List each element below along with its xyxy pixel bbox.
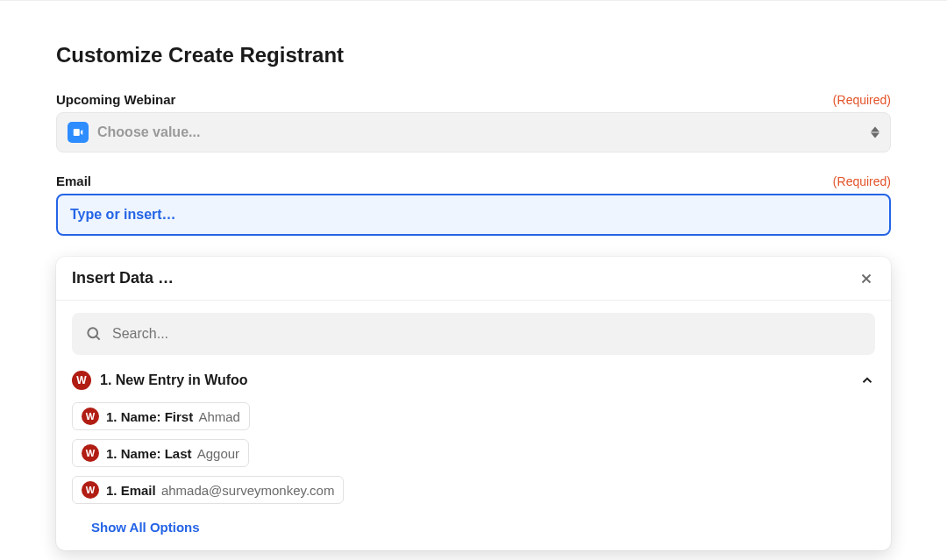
- field-label-webinar: Upcoming Webinar: [56, 92, 175, 107]
- email-input[interactable]: Type or insert…: [56, 194, 891, 236]
- option-label: 1. Name: Last: [106, 446, 192, 461]
- select-placeholder: Choose value...: [97, 124, 871, 140]
- wufoo-icon: W: [72, 371, 91, 390]
- option-email[interactable]: W 1. Email ahmada@surveymonkey.com: [72, 476, 344, 504]
- option-label: 1. Name: First: [106, 409, 193, 424]
- search-field[interactable]: [72, 313, 875, 355]
- group-header-wufoo[interactable]: W 1. New Entry in Wufoo: [72, 371, 875, 390]
- field-upcoming-webinar: Upcoming Webinar (Required) Choose value…: [56, 92, 891, 152]
- close-icon[interactable]: [858, 270, 875, 287]
- field-email: Email (Required) Type or insert…: [56, 174, 891, 236]
- option-label: 1. Email: [106, 483, 156, 498]
- option-list: W 1. Name: First Ahmad W 1. Name: Last A…: [72, 402, 875, 504]
- required-badge: (Required): [833, 174, 891, 188]
- option-name-first[interactable]: W 1. Name: First Ahmad: [72, 402, 250, 430]
- search-icon: [84, 324, 103, 344]
- insert-data-dropdown: Insert Data … W 1. New Entry in Wufoo: [56, 257, 891, 550]
- wufoo-icon: W: [82, 481, 99, 499]
- dropdown-body: W 1. New Entry in Wufoo W 1. Name: First…: [56, 301, 891, 550]
- webinar-select[interactable]: Choose value...: [56, 112, 891, 152]
- wufoo-icon: W: [82, 408, 99, 425]
- dropdown-title: Insert Data …: [72, 269, 174, 287]
- option-value: ahmada@surveymonkey.com: [161, 483, 335, 498]
- option-value: Aggour: [197, 446, 239, 461]
- option-name-last[interactable]: W 1. Name: Last Aggour: [72, 439, 249, 467]
- zoom-icon: [68, 122, 89, 143]
- show-all-options-link[interactable]: Show All Options: [72, 520, 875, 535]
- svg-point-0: [88, 328, 97, 337]
- group-title: 1. New Entry in Wufoo: [100, 372, 248, 388]
- chevron-up-icon: [859, 372, 875, 388]
- sort-icon: [871, 126, 879, 138]
- option-value: Ahmad: [198, 409, 240, 424]
- search-input[interactable]: [112, 326, 863, 342]
- input-placeholder: Type or insert…: [70, 207, 176, 223]
- field-label-email: Email: [56, 174, 91, 188]
- wufoo-icon: W: [82, 444, 99, 462]
- dropdown-header: Insert Data …: [56, 257, 891, 301]
- field-header: Email (Required): [56, 174, 891, 188]
- field-header: Upcoming Webinar (Required): [56, 92, 891, 107]
- required-badge: (Required): [833, 93, 891, 107]
- page-title: Customize Create Registrant: [56, 43, 891, 67]
